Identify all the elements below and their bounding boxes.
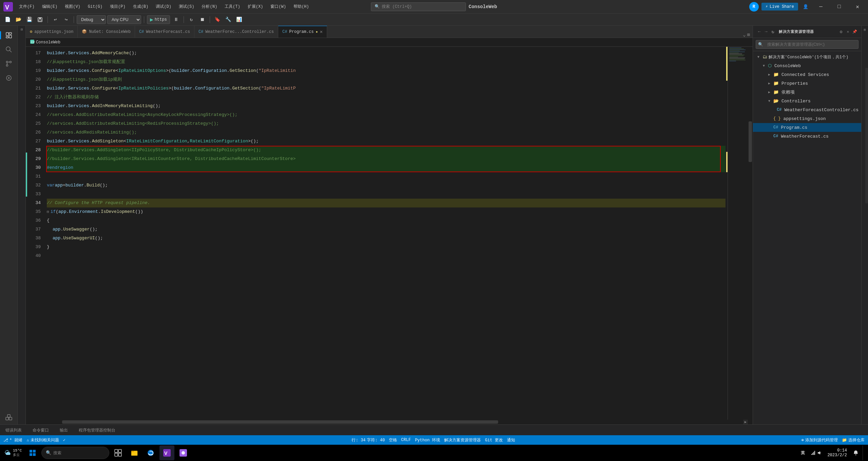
global-search[interactable]: 🔍 搜索 (Ctrl+Q) (371, 2, 466, 11)
show-desktop-button[interactable] (863, 445, 865, 460)
notification-button[interactable] (851, 448, 861, 458)
toolbar-new[interactable]: 📄 (3, 15, 12, 24)
tab-error-list[interactable]: 错误列表 (0, 425, 27, 436)
menu-help[interactable]: 帮助(H) (290, 2, 313, 11)
panel-pin-btn[interactable]: 📌 (852, 29, 858, 35)
close-button[interactable]: ✕ (850, 0, 865, 14)
menu-tools[interactable]: 工具(T) (221, 2, 244, 11)
status-encoding[interactable]: CRLF (399, 435, 413, 445)
tab-package-manager[interactable]: 程序包管理器控制台 (73, 425, 121, 436)
status-select-repo[interactable]: 📁 选择仓库 (840, 435, 867, 445)
tree-consoleweb[interactable]: ▼ ⬡ ConsoleWeb (753, 61, 861, 70)
tab-command-window[interactable]: 命令窗口 (27, 425, 54, 436)
toolbar-undo[interactable]: ↩ (51, 15, 60, 24)
toolbar-reload[interactable]: ↻ (187, 15, 196, 24)
maximize-button[interactable]: □ (831, 0, 847, 14)
toolbar-bookmark[interactable]: 🔖 (213, 15, 222, 24)
status-errors[interactable]: ⚠ 未找到相关问题 (24, 435, 61, 445)
tab-nuget[interactable]: 📦 NuGet: ConsoleWeb (78, 26, 135, 38)
h-scrollbar-thumb[interactable] (62, 420, 498, 424)
menu-debug[interactable]: 调试(D) (152, 2, 175, 11)
panel-refresh-btn[interactable]: ↻ (770, 29, 776, 35)
run-button[interactable]: ▶ https (147, 15, 170, 24)
folding-35[interactable]: ⊟ (47, 207, 49, 216)
panel-back-btn[interactable]: ← (756, 29, 762, 35)
minimize-button[interactable]: — (813, 0, 829, 14)
activity-explorer[interactable] (2, 28, 16, 42)
status-solution-explorer-btn[interactable]: 解决方案资源管理器 (442, 435, 483, 445)
vertical-scrollbar[interactable] (748, 47, 753, 420)
tab-appsettings[interactable]: ⚙ appsettings.json (26, 26, 78, 38)
tab-controller[interactable]: C# WeatherForec...Controller.cs (194, 26, 278, 38)
menu-edit[interactable]: 编辑(E) (39, 2, 61, 11)
status-spaces[interactable]: 空格 (387, 435, 399, 445)
status-python[interactable]: Python 环境 (413, 435, 442, 445)
menu-file[interactable]: 文件(F) (16, 2, 38, 11)
split-editor-button[interactable]: ⊞ (747, 32, 750, 38)
code-editor[interactable]: 17 18 19 20 21 22 23 24 25 26 27 28 29 3… (26, 47, 753, 420)
menu-extensions[interactable]: 扩展(X) (244, 2, 267, 11)
taskbar-explorer[interactable] (127, 445, 142, 460)
toolbar-open[interactable]: 📂 (14, 15, 23, 24)
menu-build[interactable]: 生成(B) (130, 2, 152, 11)
status-add-source[interactable]: ⊕ 添加到源代码管理 (799, 435, 840, 445)
taskbar-search[interactable]: 🔍 搜索 (41, 447, 109, 459)
tree-solution[interactable]: ▼ 🗂 解决方案'ConsoleWeb'(1个项目，共1个) (753, 53, 861, 61)
taskbar-edge[interactable] (143, 445, 158, 460)
code-content[interactable]: builder.Services.AddMemoryCache(); //从ap… (44, 47, 725, 420)
solution-search-input[interactable] (765, 40, 856, 49)
tree-weathercontroller[interactable]: ▶ C# WeatherForecastController.cs (753, 105, 861, 114)
strip-icon-1[interactable]: ⊞ (17, 27, 26, 32)
tree-controllers[interactable]: ▼ 📂 Controllers (753, 97, 861, 105)
taskbar-vs[interactable]: V (159, 445, 174, 460)
taskbar-purple-app[interactable] (176, 445, 191, 460)
horizontal-scrollbar[interactable]: ▶ (26, 420, 753, 424)
activity-search[interactable] (2, 43, 16, 56)
account-icon[interactable]: 👤 (801, 2, 810, 12)
menu-window[interactable]: 窗口(W) (267, 2, 289, 11)
tab-program[interactable]: C# Program.cs ● ✕ (278, 26, 327, 38)
debug-config-select[interactable]: Debug (77, 15, 106, 24)
taskbar-clock[interactable]: 0:14 2023/2/2 (825, 448, 849, 458)
panel-forward-btn[interactable]: → (763, 29, 769, 35)
status-notifications[interactable]: 通知 (505, 435, 517, 445)
panel-settings-btn[interactable]: ⚙ (838, 29, 844, 35)
tab-output[interactable]: 输出 (54, 425, 73, 436)
activity-debug[interactable] (2, 71, 16, 85)
tab-close-button[interactable]: ✕ (320, 29, 322, 34)
taskbar-weather[interactable]: 🌥 15°C 多云 (3, 448, 24, 457)
status-check[interactable]: ✓ (61, 435, 68, 445)
toolbar-perf[interactable]: 📊 (234, 15, 244, 24)
tree-appsettings[interactable]: ▶ { } appsettings.json (753, 114, 861, 123)
tree-weatherforecast-cs[interactable]: ▶ C# WeatherForecast.cs (753, 132, 861, 141)
tree-program[interactable]: ▶ C# Program.cs (753, 123, 861, 132)
live-share-button[interactable]: ⚡ Live Share (761, 3, 798, 11)
menu-analyze[interactable]: 分析(N) (198, 2, 221, 11)
right-strip-icon[interactable]: ⊞ (862, 27, 868, 33)
toolbar-refactor[interactable]: 🔧 (224, 15, 233, 24)
task-view-button[interactable] (111, 445, 126, 460)
status-cursor[interactable]: 行: 34 字符: 40 (350, 435, 387, 445)
toolbar-redo[interactable]: ↪ (61, 15, 71, 24)
scrollbar-thumb[interactable] (749, 121, 752, 162)
activity-git[interactable] (2, 57, 16, 71)
toolbar-save-all[interactable] (35, 15, 45, 24)
cpu-config-select[interactable]: Any CPU (107, 15, 141, 24)
tree-dependencies[interactable]: ▶ 📁 依赖项 (753, 88, 861, 97)
panel-close-btn[interactable]: ✕ (845, 29, 851, 35)
menu-test[interactable]: 测试(S) (175, 2, 198, 11)
toolbar-attach[interactable]: ⏸ (171, 15, 181, 24)
menu-view[interactable]: 视图(V) (61, 2, 84, 11)
menu-project[interactable]: 项目(P) (107, 2, 129, 11)
toolbar-save[interactable]: 💾 (24, 15, 34, 24)
tab-weatherforecast[interactable]: C# WeatherForecast.cs (135, 26, 194, 38)
menu-git[interactable]: Git(G) (84, 3, 106, 11)
status-git-changes[interactable]: Git 更改 (483, 435, 505, 445)
system-tray-area[interactable] (810, 450, 823, 455)
activity-extensions[interactable] (2, 411, 16, 424)
toolbar-stop[interactable]: ⏹ (197, 15, 207, 24)
scroll-right[interactable]: ▶ (743, 420, 748, 424)
tray-keyboard[interactable]: 英 (798, 448, 808, 458)
tab-list-button[interactable]: ⌄ (743, 32, 746, 38)
status-git[interactable]: ⎇ * 就绪 (1, 435, 24, 445)
